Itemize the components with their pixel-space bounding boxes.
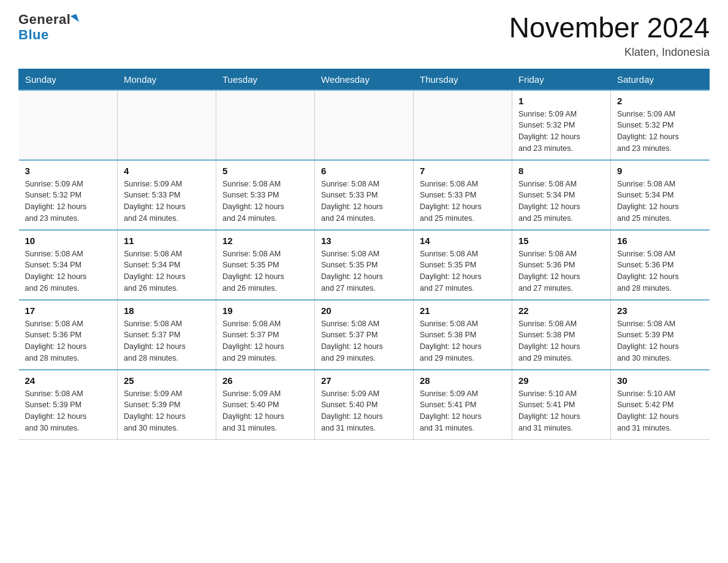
day-cell: 2Sunrise: 5:09 AM Sunset: 5:32 PM Daylig… — [611, 90, 710, 160]
week-row: 24Sunrise: 5:08 AM Sunset: 5:39 PM Dayli… — [19, 370, 710, 440]
day-cell — [414, 90, 512, 160]
day-number: 14 — [420, 236, 506, 246]
day-number: 20 — [321, 305, 407, 316]
day-info: Sunrise: 5:08 AM Sunset: 5:34 PM Dayligh… — [617, 180, 679, 223]
day-cell: 28Sunrise: 5:09 AM Sunset: 5:41 PM Dayli… — [414, 370, 512, 440]
day-number: 4 — [124, 166, 210, 176]
day-number: 18 — [124, 305, 210, 316]
day-info: Sunrise: 5:08 AM Sunset: 5:33 PM Dayligh… — [420, 180, 482, 223]
day-cell: 15Sunrise: 5:08 AM Sunset: 5:36 PM Dayli… — [512, 230, 611, 300]
day-cell: 11Sunrise: 5:08 AM Sunset: 5:34 PM Dayli… — [118, 230, 216, 300]
logo-general-text: General — [18, 12, 70, 27]
calendar-table: SundayMondayTuesdayWednesdayThursdayFrid… — [18, 69, 710, 440]
day-number: 12 — [222, 236, 308, 246]
calendar-header: SundayMondayTuesdayWednesdayThursdayFrid… — [19, 69, 710, 90]
day-cell: 30Sunrise: 5:10 AM Sunset: 5:42 PM Dayli… — [611, 370, 710, 440]
title-area: November 2024 Klaten, Indonesia — [509, 12, 710, 59]
logo-triangle-icon — [70, 14, 79, 25]
day-info: Sunrise: 5:09 AM Sunset: 5:32 PM Dayligh… — [25, 180, 87, 223]
day-cell: 27Sunrise: 5:09 AM Sunset: 5:40 PM Dayli… — [315, 370, 414, 440]
day-info: Sunrise: 5:09 AM Sunset: 5:40 PM Dayligh… — [321, 389, 383, 432]
day-number: 24 — [25, 375, 112, 386]
day-info: Sunrise: 5:09 AM Sunset: 5:41 PM Dayligh… — [420, 389, 482, 432]
header-cell-tuesday: Tuesday — [216, 69, 315, 90]
day-cell: 14Sunrise: 5:08 AM Sunset: 5:35 PM Dayli… — [414, 230, 512, 300]
day-number: 15 — [518, 236, 604, 246]
day-info: Sunrise: 5:09 AM Sunset: 5:32 PM Dayligh… — [617, 110, 679, 153]
calendar-title: November 2024 — [509, 12, 710, 44]
day-info: Sunrise: 5:08 AM Sunset: 5:33 PM Dayligh… — [321, 180, 383, 223]
header-row: SundayMondayTuesdayWednesdayThursdayFrid… — [19, 69, 710, 90]
day-info: Sunrise: 5:08 AM Sunset: 5:34 PM Dayligh… — [25, 250, 87, 293]
day-cell: 3Sunrise: 5:09 AM Sunset: 5:32 PM Daylig… — [19, 160, 118, 230]
day-info: Sunrise: 5:08 AM Sunset: 5:36 PM Dayligh… — [617, 250, 679, 293]
day-number: 22 — [518, 305, 604, 316]
day-cell: 22Sunrise: 5:08 AM Sunset: 5:38 PM Dayli… — [512, 300, 611, 370]
day-cell: 16Sunrise: 5:08 AM Sunset: 5:36 PM Dayli… — [611, 230, 710, 300]
day-cell — [19, 90, 118, 160]
day-info: Sunrise: 5:10 AM Sunset: 5:41 PM Dayligh… — [518, 389, 580, 432]
day-number: 26 — [222, 375, 308, 386]
day-cell: 9Sunrise: 5:08 AM Sunset: 5:34 PM Daylig… — [611, 160, 710, 230]
day-number: 17 — [25, 305, 112, 316]
day-number: 23 — [617, 305, 703, 316]
day-info: Sunrise: 5:08 AM Sunset: 5:36 PM Dayligh… — [25, 320, 87, 362]
week-row: 17Sunrise: 5:08 AM Sunset: 5:36 PM Dayli… — [19, 300, 710, 370]
day-cell: 17Sunrise: 5:08 AM Sunset: 5:36 PM Dayli… — [19, 300, 118, 370]
day-number: 3 — [25, 166, 112, 176]
day-info: Sunrise: 5:08 AM Sunset: 5:38 PM Dayligh… — [420, 320, 482, 362]
day-info: Sunrise: 5:09 AM Sunset: 5:40 PM Dayligh… — [222, 389, 284, 432]
day-info: Sunrise: 5:09 AM Sunset: 5:32 PM Dayligh… — [518, 110, 580, 153]
day-info: Sunrise: 5:08 AM Sunset: 5:33 PM Dayligh… — [222, 180, 284, 223]
day-info: Sunrise: 5:08 AM Sunset: 5:34 PM Dayligh… — [518, 180, 580, 223]
day-cell: 4Sunrise: 5:09 AM Sunset: 5:33 PM Daylig… — [118, 160, 216, 230]
header-cell-friday: Friday — [512, 69, 611, 90]
day-info: Sunrise: 5:08 AM Sunset: 5:37 PM Dayligh… — [222, 320, 284, 362]
day-number: 10 — [25, 236, 112, 246]
day-info: Sunrise: 5:08 AM Sunset: 5:37 PM Dayligh… — [124, 320, 186, 362]
day-number: 30 — [617, 375, 703, 386]
day-cell: 23Sunrise: 5:08 AM Sunset: 5:39 PM Dayli… — [611, 300, 710, 370]
day-number: 25 — [124, 375, 210, 386]
week-row: 3Sunrise: 5:09 AM Sunset: 5:32 PM Daylig… — [19, 160, 710, 230]
day-cell — [216, 90, 315, 160]
location-text: Klaten, Indonesia — [509, 46, 710, 59]
day-cell: 12Sunrise: 5:08 AM Sunset: 5:35 PM Dayli… — [216, 230, 315, 300]
day-number: 16 — [617, 236, 703, 246]
day-cell: 20Sunrise: 5:08 AM Sunset: 5:37 PM Dayli… — [315, 300, 414, 370]
day-cell: 8Sunrise: 5:08 AM Sunset: 5:34 PM Daylig… — [512, 160, 611, 230]
day-number: 29 — [518, 375, 604, 386]
day-number: 7 — [420, 166, 506, 176]
day-cell: 7Sunrise: 5:08 AM Sunset: 5:33 PM Daylig… — [414, 160, 512, 230]
day-cell: 6Sunrise: 5:08 AM Sunset: 5:33 PM Daylig… — [315, 160, 414, 230]
day-info: Sunrise: 5:08 AM Sunset: 5:37 PM Dayligh… — [321, 320, 383, 362]
day-cell: 21Sunrise: 5:08 AM Sunset: 5:38 PM Dayli… — [414, 300, 512, 370]
day-cell: 24Sunrise: 5:08 AM Sunset: 5:39 PM Dayli… — [19, 370, 118, 440]
day-info: Sunrise: 5:10 AM Sunset: 5:42 PM Dayligh… — [617, 389, 679, 432]
day-number: 1 — [518, 96, 604, 106]
day-number: 13 — [321, 236, 407, 246]
day-info: Sunrise: 5:09 AM Sunset: 5:39 PM Dayligh… — [124, 389, 186, 432]
header-cell-monday: Monday — [118, 69, 216, 90]
day-cell: 1Sunrise: 5:09 AM Sunset: 5:32 PM Daylig… — [512, 90, 611, 160]
header-cell-thursday: Thursday — [414, 69, 512, 90]
day-number: 8 — [518, 166, 604, 176]
day-cell: 5Sunrise: 5:08 AM Sunset: 5:33 PM Daylig… — [216, 160, 315, 230]
day-number: 2 — [617, 96, 703, 106]
day-info: Sunrise: 5:08 AM Sunset: 5:39 PM Dayligh… — [25, 389, 87, 432]
day-cell: 19Sunrise: 5:08 AM Sunset: 5:37 PM Dayli… — [216, 300, 315, 370]
day-cell: 26Sunrise: 5:09 AM Sunset: 5:40 PM Dayli… — [216, 370, 315, 440]
header-cell-wednesday: Wednesday — [315, 69, 414, 90]
day-number: 28 — [420, 375, 506, 386]
week-row: 1Sunrise: 5:09 AM Sunset: 5:32 PM Daylig… — [19, 90, 710, 160]
week-row: 10Sunrise: 5:08 AM Sunset: 5:34 PM Dayli… — [19, 230, 710, 300]
day-cell: 13Sunrise: 5:08 AM Sunset: 5:35 PM Dayli… — [315, 230, 414, 300]
day-cell: 18Sunrise: 5:08 AM Sunset: 5:37 PM Dayli… — [118, 300, 216, 370]
day-cell — [118, 90, 216, 160]
logo: General Blue — [18, 12, 78, 43]
day-number: 27 — [321, 375, 407, 386]
page-header: General Blue November 2024 Klaten, Indon… — [18, 12, 710, 59]
day-info: Sunrise: 5:08 AM Sunset: 5:35 PM Dayligh… — [222, 250, 284, 293]
day-number: 9 — [617, 166, 703, 176]
day-number: 21 — [420, 305, 506, 316]
